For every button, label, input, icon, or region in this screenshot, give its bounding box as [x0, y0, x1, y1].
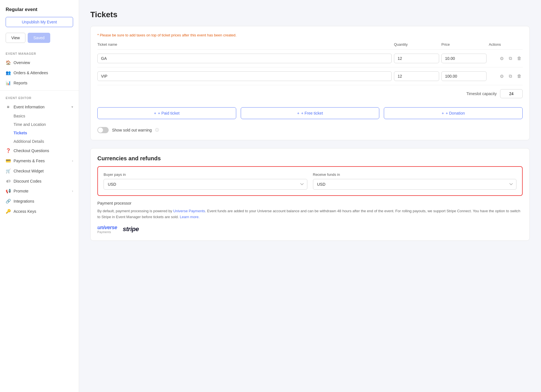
- sidebar-item-label: Payments & Fees: [14, 159, 45, 163]
- integrations-icon: 🔗: [6, 199, 11, 204]
- duplicate-button[interactable]: ⧉: [508, 73, 513, 80]
- sidebar-item-checkout-questions[interactable]: ❓ Checkout Questions: [0, 146, 79, 156]
- ticket-row-actions: ⚙ ⧉ 🗑: [489, 55, 523, 62]
- chevron-down-icon: ▾: [71, 105, 73, 109]
- settings-button[interactable]: ⚙: [499, 73, 505, 80]
- plus-icon: +: [297, 111, 299, 115]
- sidebar-item-reports[interactable]: 📊 Reports: [0, 78, 79, 88]
- universe-logo-text: universe: [97, 225, 117, 231]
- col-actions: Actions: [489, 42, 523, 47]
- table-row: ⚙ ⧉ 🗑: [97, 67, 523, 85]
- settings-button[interactable]: ⚙: [499, 55, 505, 62]
- universe-sub-text: Payments: [97, 231, 111, 234]
- payment-logos: universe Payments stripe: [97, 225, 523, 234]
- sidebar-item-discount-codes[interactable]: 🏷 Discount Codes: [0, 176, 79, 186]
- plus-icon: +: [442, 111, 444, 115]
- ticket-quantity-input[interactable]: [394, 71, 439, 81]
- delete-button[interactable]: 🗑: [516, 73, 523, 80]
- payment-description: By default, payment processing is powere…: [97, 208, 523, 220]
- sidebar-item-label: Reports: [14, 81, 27, 85]
- currencies-section-title: Currencies and refunds: [97, 155, 523, 162]
- ticket-price-input[interactable]: [441, 54, 487, 63]
- currencies-card: Currencies and refunds Buyer pays in USD…: [90, 148, 530, 241]
- ticket-name-input[interactable]: [97, 71, 392, 81]
- ticket-row-actions: ⚙ ⧉ 🗑: [489, 73, 523, 80]
- reports-icon: 📊: [6, 80, 11, 86]
- sidebar-item-basics[interactable]: Basics: [14, 112, 79, 120]
- universe-logo: universe Payments: [97, 225, 117, 234]
- sidebar-item-tickets[interactable]: Tickets: [14, 129, 79, 137]
- view-saved-row: View Saved: [0, 33, 79, 49]
- chevron-right-icon: ›: [72, 159, 73, 163]
- event-editor-label: EVENT EDITOR: [0, 93, 79, 102]
- sidebar-item-label: Event Information: [14, 105, 45, 109]
- warning-message: Please be sure to add taxes on top of ti…: [97, 33, 523, 37]
- sidebar-item-label: Orders & Attendees: [14, 71, 48, 75]
- list-icon: ≡: [6, 104, 11, 109]
- buyer-pays-label: Buyer pays in: [104, 172, 307, 177]
- universe-payments-link[interactable]: Universe Payments: [173, 209, 205, 213]
- ticket-table-header: Ticket name Quantity Price Actions: [97, 42, 523, 50]
- learn-more-link[interactable]: Learn more.: [180, 215, 200, 219]
- col-price: Price: [441, 42, 487, 47]
- sidebar-item-orders[interactable]: 👥 Orders & Attendees: [0, 68, 79, 78]
- buyer-currency-select[interactable]: USD EUR GBP CAD AUD: [104, 179, 307, 190]
- sidebar-item-label: Checkout Widget: [14, 169, 44, 173]
- ticket-quantity-input[interactable]: [394, 54, 439, 63]
- sidebar-item-time-location[interactable]: Time and Location: [14, 120, 79, 129]
- view-button[interactable]: View: [6, 33, 25, 43]
- cart-icon: 🛒: [6, 168, 11, 174]
- add-paid-ticket-button[interactable]: + + Paid ticket: [97, 107, 236, 119]
- sidebar: Regular event Unpublish My Event View Sa…: [0, 0, 79, 392]
- sidebar-item-overview[interactable]: 🏠 Overview: [0, 58, 79, 68]
- unpublish-button[interactable]: Unpublish My Event: [6, 17, 73, 27]
- sidebar-item-additional-details[interactable]: Additional Details: [14, 137, 79, 146]
- sidebar-item-label: Access Keys: [14, 209, 36, 214]
- event-title: Regular event: [0, 7, 79, 17]
- ticket-name-input[interactable]: [97, 54, 392, 63]
- chevron-right-icon: ›: [72, 189, 73, 193]
- payment-processor-label: Payment processor: [97, 201, 523, 205]
- sidebar-item-label: Integrations: [14, 199, 34, 203]
- add-donation-button[interactable]: + + Donation: [384, 107, 523, 119]
- col-name: Ticket name: [97, 42, 392, 47]
- stripe-logo-text: stripe: [123, 225, 139, 233]
- add-ticket-row: + + Paid ticket + + Free ticket + + Dona…: [97, 107, 523, 119]
- buyer-pays-field: Buyer pays in USD EUR GBP CAD AUD: [104, 172, 307, 190]
- receive-currency-select[interactable]: USD EUR GBP CAD AUD: [313, 179, 517, 190]
- sidebar-item-integrations[interactable]: 🔗 Integrations: [0, 196, 79, 206]
- sidebar-item-checkout-widget[interactable]: 🛒 Checkout Widget: [0, 166, 79, 176]
- sold-out-warning-row: Show sold out warning ⓘ: [97, 125, 523, 133]
- sidebar-item-promote[interactable]: 📢 Promote ›: [0, 186, 79, 196]
- payment-icon: 💳: [6, 158, 11, 163]
- timeslot-label: Timeslot capacity: [466, 91, 497, 96]
- stripe-logo: stripe: [123, 225, 139, 233]
- add-free-ticket-button[interactable]: + + Free ticket: [241, 107, 380, 119]
- sidebar-item-payments-fees[interactable]: 💳 Payments & Fees ›: [0, 156, 79, 166]
- tickets-card: Please be sure to add taxes on top of ti…: [90, 26, 530, 140]
- table-row: ⚙ ⧉ 🗑: [97, 50, 523, 67]
- promote-icon: 📢: [6, 189, 11, 194]
- sidebar-item-label: Discount Codes: [14, 179, 41, 183]
- page-title: Tickets: [90, 10, 530, 19]
- timeslot-input[interactable]: [500, 89, 523, 98]
- delete-button[interactable]: 🗑: [516, 55, 523, 62]
- question-icon: ❓: [6, 148, 11, 153]
- col-quantity: Quantity: [394, 42, 439, 47]
- main-content: Tickets Please be sure to add taxes on t…: [79, 0, 541, 392]
- currency-box: Buyer pays in USD EUR GBP CAD AUD Receiv…: [97, 166, 523, 196]
- sidebar-item-event-information[interactable]: ≡ Event Information ▾: [0, 102, 79, 112]
- ticket-price-input[interactable]: [441, 71, 487, 81]
- sidebar-item-access-keys[interactable]: 🔑 Access Keys: [0, 206, 79, 216]
- saved-button[interactable]: Saved: [28, 33, 50, 43]
- sidebar-item-label: Checkout Questions: [14, 148, 49, 153]
- info-icon[interactable]: ⓘ: [155, 128, 159, 133]
- sidebar-item-label: Overview: [14, 60, 30, 65]
- event-manager-label: EVENT MANAGER: [0, 49, 79, 58]
- key-icon: 🔑: [6, 209, 11, 214]
- sold-out-warning-toggle[interactable]: [97, 127, 109, 133]
- tag-icon: 🏷: [6, 179, 11, 183]
- receive-funds-label: Receive funds in: [313, 172, 517, 177]
- sidebar-action-buttons: Unpublish My Event: [0, 17, 79, 33]
- duplicate-button[interactable]: ⧉: [508, 55, 513, 62]
